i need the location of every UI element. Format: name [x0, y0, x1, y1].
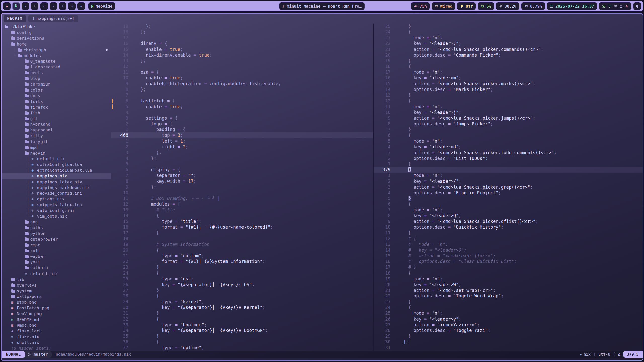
code-line[interactable]: 7 mode = "n"; [374, 207, 643, 213]
code-line[interactable]: 26 key = "{#separator}│ {#keys}⊡ OS"; [111, 282, 373, 288]
code-line-current[interactable]: 468 top = 3; [111, 132, 373, 138]
cpu-module[interactable]: 30.2% [496, 2, 519, 10]
tree-item-zathura[interactable]: zathura [2, 265, 111, 271]
code-line[interactable]: 22 format = "{#1}│ {#}System Information… [111, 259, 373, 264]
code-line[interactable]: 12 # { [374, 236, 643, 242]
code-line[interactable]: 16 # options.desc = "Clear Quickfix List… [374, 259, 643, 264]
tab-mappings-nix[interactable]: 1 mappings.nix[2+] [28, 15, 78, 22]
code-line[interactable]: 21 action = "<cmd>lua Snacks.picker.comm… [374, 47, 643, 52]
tree-item-vale_config.ini[interactable]: │⚙vale_config.ini [2, 208, 111, 213]
code-line[interactable]: 2 logo = { [111, 121, 373, 127]
tree-item-git[interactable]: git [2, 116, 111, 122]
code-line[interactable]: 9 action = "<cmd>lua Snacks.picker.jumps… [374, 115, 643, 121]
code-line[interactable]: 14 options.desc = "Marks Picker"; [374, 87, 643, 93]
code-line[interactable]: 19 # System Information [111, 242, 373, 247]
code-line[interactable]: 29 } [374, 333, 643, 339]
code-line[interactable]: 22 key = "<leader>:"; [374, 41, 643, 47]
tree-item-0_template[interactable]: 0_template [2, 58, 111, 64]
code-line[interactable]: 8 }; [111, 87, 373, 93]
code-line[interactable]: 3 settings = { [111, 115, 373, 121]
code-line[interactable]: 20 { [111, 247, 373, 253]
tree-item-snippets_latex.lua[interactable]: │◉snippets_latex.lua [2, 202, 111, 208]
code-line[interactable]: 21 action = "<cmd>:set wrap!<cr>"; [374, 288, 643, 293]
code-line[interactable]: 37 type = "uptime"; [111, 345, 373, 351]
tree-item-config[interactable]: config [2, 30, 111, 35]
code-line[interactable]: 1 padding = { [111, 127, 373, 132]
tree-item-lib[interactable]: lib [2, 277, 111, 282]
code-line[interactable]: 27 action = "<cmd>Yazi<cr>"; [374, 322, 643, 328]
code-line[interactable]: 6 { [374, 132, 643, 138]
tree-item-fish[interactable]: fish [2, 110, 111, 116]
code-line[interactable]: 31 [374, 345, 643, 351]
code-line[interactable]: 11 # Box Drawing: ┌ ─ ┐ └ ┘ │ [111, 196, 373, 201]
code-line[interactable]: 11 } [374, 230, 643, 236]
tree-item-mpd[interactable]: mpd [2, 145, 111, 150]
code-line[interactable]: 3 action = "<cmd>lua Snacks.picker.grep(… [374, 184, 643, 190]
code-line[interactable]: 19 }; [111, 24, 373, 29]
workspace-button-7[interactable]: ◦ [59, 2, 66, 10]
code-line[interactable]: 28 options.desc = "Toggle Yazi"; [374, 328, 643, 333]
code-line[interactable]: 13 } [374, 92, 643, 98]
network-module[interactable]: Wired [432, 2, 455, 10]
tree-item-NeoVim.png[interactable]: ▦NeoVim.png [2, 311, 111, 317]
system-tray[interactable] [599, 2, 631, 10]
mic-muted-icon[interactable] [625, 4, 629, 8]
code-line[interactable]: 20 options.desc = "Commands Picker"; [374, 52, 643, 58]
code-line[interactable]: 5 enable = true; [111, 104, 373, 110]
code-line[interactable]: 5 mode = "n"; [374, 138, 643, 144]
tree-item-extraConfigLua.lua[interactable]: │◉extraConfigLua.lua [2, 162, 111, 167]
workspace-button-9[interactable]: ▪ [77, 2, 85, 10]
tree-item-wallpapers[interactable]: wallpapers [2, 294, 111, 299]
workspace-button-6[interactable]: ▪ [50, 2, 57, 10]
code-line[interactable]: 2 right = 2; [111, 144, 373, 150]
code-line[interactable]: 25 type = "os"; [111, 276, 373, 282]
code-line[interactable]: 23 } [111, 264, 373, 270]
tree-item-qutebrowser[interactable]: qutebrowser [2, 236, 111, 242]
code-line[interactable]: 25 } [374, 24, 643, 29]
notifications-button[interactable] [633, 2, 641, 10]
code-line[interactable]: 6 display = { [111, 167, 373, 173]
tree-item-waybar[interactable]: waybar [2, 254, 111, 259]
tree-item-lazygit[interactable]: lazygit [2, 139, 111, 145]
tree-item-docs[interactable]: docs [2, 93, 111, 99]
tree-item-default.nix[interactable]: │✱default.nix [2, 156, 111, 162]
command-line[interactable] [2, 358, 643, 360]
tree-item-flake.lock[interactable]: ◈flake.lock [2, 328, 111, 334]
code-line[interactable]: 11 mode = "n"; [374, 104, 643, 110]
media-player-widget[interactable]: ♪ Minuit Machine – Don't Run Fro… [279, 2, 365, 10]
tree-item-python[interactable]: python [2, 231, 111, 236]
tree-item-home[interactable]: home [2, 41, 111, 47]
tree-item-hyprland[interactable]: hyprland [2, 122, 111, 127]
code-line[interactable]: 10 options.desc = "Quickfix History"; [374, 224, 643, 230]
workspace-button-2[interactable]: N [12, 2, 20, 10]
code-line[interactable]: 5 } [374, 196, 643, 201]
tree-item-christoph[interactable]: │christoph [2, 47, 111, 53]
display-icon[interactable] [619, 4, 623, 8]
code-line[interactable]: 19 } [374, 58, 643, 64]
editor-right[interactable]: 25 }24 {23 mode = "n";22 key = "<leader>… [374, 24, 643, 351]
tree-item-beets[interactable]: beets [2, 70, 111, 76]
tree-item-NixFlake[interactable]: ~/NixFlake [2, 24, 111, 30]
code-line[interactable]: 18 }; [111, 29, 373, 35]
tree-item-extraConfigLuaPost.lua[interactable]: │◉extraConfigLuaPost.lua [2, 167, 111, 173]
code-line[interactable]: 15 type = "title"; [111, 219, 373, 224]
code-line[interactable]: 18 { [374, 270, 643, 276]
code-line[interactable]: 18 [111, 236, 373, 242]
code-line[interactable]: 1 } [374, 161, 643, 167]
code-line[interactable]: 7 } [374, 127, 643, 132]
tree-item-vim_opts.nix[interactable]: └✱vim_opts.nix [2, 213, 111, 219]
code-line[interactable]: 9 action = "<cmd>lua Snacks.picker.qflis… [374, 219, 643, 224]
code-line[interactable]: 27 } [111, 288, 373, 293]
code-line[interactable]: 13 # Title [111, 207, 373, 213]
tree-item-system[interactable]: system [2, 288, 111, 294]
tree-item-default.nix[interactable]: ✱default.nix [2, 271, 111, 277]
tree-item-chromium[interactable]: chromium [2, 81, 111, 87]
code-line[interactable]: 32 { [111, 316, 373, 322]
memory-module[interactable]: 8.79% [521, 2, 545, 10]
tree-item-flake.nix[interactable]: ✱flake.nix [2, 334, 111, 340]
tree-item-firefox[interactable]: firefox [2, 104, 111, 110]
code-line[interactable]: 25 mode = "n"; [374, 310, 643, 316]
tree-item-overlays[interactable]: overlays [2, 282, 111, 288]
code-line[interactable]: 6 { [374, 201, 643, 207]
code-line[interactable]: 12 [111, 64, 373, 69]
